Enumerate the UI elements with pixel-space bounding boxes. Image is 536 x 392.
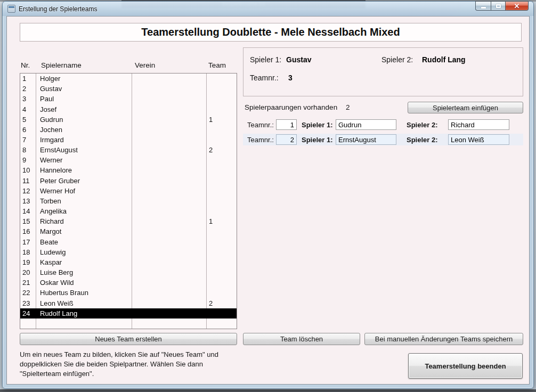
current-spieler1-label: Spieler 1: — [250, 55, 281, 64]
table-row[interactable]: 17Beate — [20, 237, 237, 247]
cell-nr: 23 — [20, 298, 36, 308]
table-row[interactable]: 11Peter Gruber — [20, 176, 237, 186]
cell-name — [36, 318, 132, 329]
current-spieler2-label: Spieler 2: — [381, 55, 413, 64]
cell-nr: 3 — [20, 94, 36, 104]
cell-verein — [132, 165, 207, 175]
cell-nr: 6 — [20, 125, 36, 135]
table-row[interactable]: 3Paul — [20, 94, 237, 104]
pair-spieler2-input[interactable] — [448, 119, 509, 130]
cell-verein — [132, 226, 207, 236]
table-row[interactable]: 14Angelika — [20, 206, 237, 216]
minimize-button[interactable] — [475, 1, 491, 11]
cell-team — [207, 196, 237, 206]
cell-verein — [132, 135, 207, 145]
table-row[interactable]: 9Werner — [20, 155, 237, 165]
cell-nr: 5 — [20, 115, 36, 125]
cell-name: Richard — [36, 216, 132, 226]
close-icon: ✕ — [514, 3, 520, 10]
cell-team: 2 — [207, 145, 237, 155]
cell-verein — [132, 206, 207, 216]
pair-row[interactable]: Teamnr.:Spieler 1:Spieler 2: — [243, 119, 523, 130]
pair-spieler1-input[interactable] — [336, 119, 396, 130]
table-row[interactable]: 1Holger — [20, 74, 237, 84]
table-row[interactable]: 19Kaspar — [20, 257, 237, 267]
cell-name: Beate — [36, 237, 132, 247]
cell-verein — [132, 115, 207, 125]
cell-verein — [132, 288, 207, 298]
cell-name: Margot — [36, 226, 132, 236]
instructions: Um ein neues Team zu bilden, klicken Sie… — [20, 350, 249, 379]
cell-name: Luise Berg — [36, 267, 132, 277]
column-header-nr: Nr. — [21, 61, 30, 69]
save-teams-button[interactable]: Bei manuellen Änderungen Teams speichern — [364, 333, 523, 345]
page-title-box: Teamerstellung Doublette - Mele Nesselba… — [20, 23, 522, 42]
pair-spieler2-input[interactable] — [448, 134, 509, 145]
cell-team — [207, 247, 237, 257]
table-row[interactable]: 8ErnstAugust2 — [20, 145, 237, 155]
table-row[interactable]: 16Margot — [20, 226, 237, 236]
table-row[interactable]: 22Hubertus Braun — [20, 288, 237, 298]
cell-verein — [132, 94, 207, 104]
insert-team-button[interactable]: Spielerteam einfügen — [408, 102, 523, 113]
cell-team — [207, 186, 237, 196]
cell-nr: 4 — [20, 104, 36, 114]
column-header-team: Team — [208, 61, 226, 69]
pair-row[interactable]: Teamnr.:Spieler 1:Spieler 2: — [243, 134, 523, 145]
table-row[interactable]: 20Luise Berg — [20, 267, 237, 277]
cell-nr: 8 — [20, 145, 36, 155]
table-row[interactable]: 10Hannelore — [20, 165, 237, 175]
titlebar[interactable]: Erstellung der Spielerteams ✕ — [3, 2, 533, 16]
cell-team — [207, 277, 237, 288]
table-row[interactable]: 12Werner Hof — [20, 186, 237, 196]
cell-name: Irmgard — [36, 135, 132, 145]
cell-team — [207, 176, 237, 186]
cell-nr: 2 — [20, 84, 36, 94]
cell-name: Werner Hof — [36, 186, 132, 196]
close-button[interactable]: ✕ — [506, 1, 529, 11]
cell-nr: 15 — [20, 216, 36, 226]
table-row[interactable]: 5Gudrun1 — [20, 115, 237, 125]
cell-verein — [132, 277, 207, 288]
table-row[interactable]: 6Jochen — [20, 125, 237, 135]
new-team-button[interactable]: Neues Team erstellen — [20, 333, 237, 345]
delete-team-button[interactable]: Team löschen — [243, 333, 360, 345]
cell-name: Oskar Wild — [36, 277, 132, 288]
cell-team — [207, 206, 237, 216]
cell-nr: 1 — [20, 74, 36, 84]
cell-verein — [132, 74, 207, 84]
cell-name: Torben — [36, 196, 132, 206]
app-window: Erstellung der Spielerteams ✕ Teamerstel… — [2, 1, 534, 389]
pair-teamnr-input[interactable] — [276, 134, 297, 145]
instructions-line-1: Um ein neues Team zu bilden, klicken Sie… — [20, 350, 249, 360]
cell-verein — [132, 196, 207, 206]
pair-teamnr-input[interactable] — [276, 119, 297, 130]
table-row[interactable]: 4Josef — [20, 104, 237, 114]
table-row[interactable]: 24Rudolf Lang — [20, 308, 237, 318]
table-row[interactable]: 7Irmgard — [20, 135, 237, 145]
cell-nr: 10 — [20, 165, 36, 175]
cell-nr: 16 — [20, 226, 36, 236]
current-teamnr-value: 3 — [288, 74, 293, 82]
cell-team — [207, 155, 237, 165]
app-icon — [7, 5, 15, 13]
cell-verein — [132, 216, 207, 226]
pair-spieler1-input[interactable] — [336, 134, 396, 145]
cell-name: Hannelore — [36, 165, 132, 175]
cell-nr: 24 — [20, 308, 36, 318]
table-row-empty[interactable] — [20, 318, 237, 329]
maximize-button[interactable] — [491, 1, 506, 11]
table-row[interactable]: 15Richard1 — [20, 216, 237, 226]
finish-button[interactable]: Teamerstellung beenden — [408, 353, 523, 379]
cell-nr: 13 — [20, 196, 36, 206]
cell-team — [207, 125, 237, 135]
cell-verein — [132, 298, 207, 308]
table-row[interactable]: 13Torben — [20, 196, 237, 206]
table-row[interactable]: 2Gustav — [20, 84, 237, 94]
table-row[interactable]: 23Leon Weiß2 — [20, 298, 237, 308]
cell-team — [207, 74, 237, 84]
cell-name: Ludewig — [36, 247, 132, 257]
table-row[interactable]: 18Ludewig — [20, 247, 237, 257]
current-teamnr-label: Teamnr.: — [250, 74, 279, 82]
table-row[interactable]: 21Oskar Wild — [20, 277, 237, 288]
